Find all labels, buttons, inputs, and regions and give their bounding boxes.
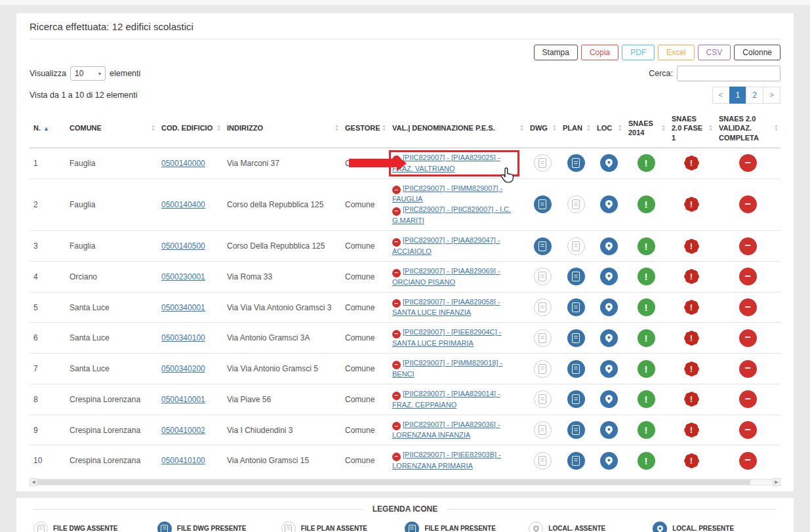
col-indirizzo[interactable]: INDIRIZZO▲▼: [223, 109, 341, 148]
pagination-page-1[interactable]: 1: [729, 87, 747, 104]
pes-denominazione-link[interactable]: [PIIC829007] - [PIMM829007] - FAUGLIA: [392, 184, 502, 203]
cod-edificio-link[interactable]: 0500340100: [161, 333, 205, 342]
gestore-cell: Comune: [341, 445, 388, 476]
col-loc[interactable]: LOC▲▼: [593, 109, 624, 148]
loc-pin-icon[interactable]: [600, 237, 618, 255]
loc-pin-icon[interactable]: [600, 421, 618, 439]
pagination-page-2[interactable]: 2: [746, 87, 763, 104]
row-number: 4: [30, 261, 66, 292]
plan-file-icon[interactable]: [567, 390, 585, 408]
scrollbar-track[interactable]: [37, 479, 773, 485]
cod-edificio-link[interactable]: 0500410002: [161, 426, 205, 435]
legend-label: FILE DWG PRESENTE: [177, 524, 247, 532]
col-comune[interactable]: COMUNE▲▼: [66, 109, 157, 148]
col-snaes-20-validaz[interactable]: SNAES 2.0 VALIDAZ. COMPLETA▲▼: [715, 109, 780, 148]
horizontal-scrollbar[interactable]: ◀ ▶: [30, 478, 780, 486]
pes-denominazione-link[interactable]: [PIIC829007] - [PIAA829047] - ACCIAIOLO: [392, 236, 500, 255]
cod-edificio-link[interactable]: 0500230001: [161, 272, 205, 281]
plan-file-icon[interactable]: [567, 360, 585, 378]
cod-edificio-cell: 0500340001: [157, 292, 223, 323]
pes-denominazione-link[interactable]: [PIIC829007] - [PIAA829069] - ORCIANO PI…: [392, 267, 500, 286]
scrollbar-thumb[interactable]: [37, 480, 750, 485]
col-snaes-2014[interactable]: SNAES 2014▲▼: [624, 109, 668, 148]
cod-edificio-link[interactable]: 0500340001: [161, 303, 205, 312]
dwg-file-icon[interactable]: [534, 154, 552, 172]
pes-denominazione-link[interactable]: [PIIC829007] - [PIAA829036] - LORENZANA …: [392, 420, 500, 440]
button-csv[interactable]: CSV: [698, 45, 731, 60]
col-denominazione[interactable]: VAL.| DENOMINAZIONE P.E.S.▲▼: [388, 109, 526, 148]
pes-denominazione-link[interactable]: [PIIC829007] - [PIIC829007] - I.C. G.MAR…: [392, 205, 511, 224]
snaes-20-fase1-cell: [668, 231, 715, 262]
indirizzo-cell: Via Via Antonio Gramsci 5: [223, 354, 341, 384]
snaes-20-validaz-cell: [715, 384, 780, 415]
loc-pin-icon[interactable]: [600, 390, 618, 408]
dwg-file-icon[interactable]: [534, 195, 552, 213]
loc-pin-icon[interactable]: [600, 154, 618, 172]
table-row: 1 Fauglia 0500140000 Via Marconi 37 Comu…: [30, 148, 780, 178]
seal-shape: [683, 298, 700, 316]
col-snaes-20-fase-1[interactable]: SNAES 2.0 FASE 1▲▼: [668, 109, 715, 148]
col-gestore[interactable]: GESTORE▲▼: [341, 109, 388, 148]
button-stampa[interactable]: Stampa: [534, 45, 578, 60]
loc-pin-icon[interactable]: [600, 452, 618, 470]
loc-pin-icon[interactable]: [600, 298, 618, 316]
cod-edificio-link[interactable]: 0500140000: [161, 159, 205, 168]
pagination-next[interactable]: >: [763, 87, 780, 104]
dwg-file-icon[interactable]: [534, 298, 552, 316]
search-input[interactable]: [677, 66, 780, 81]
dwg-file-icon[interactable]: [534, 360, 552, 378]
col-n[interactable]: N.▲: [30, 109, 66, 148]
page-length-value: 10: [75, 69, 83, 78]
plan-file-icon[interactable]: [567, 154, 585, 172]
cod-edificio-link[interactable]: 0500140400: [161, 200, 205, 209]
pes-denominazione-link[interactable]: [PIIC829007] - [PIAA829025] - FRAZ. VALT…: [392, 153, 500, 173]
dwg-file-icon[interactable]: [534, 237, 552, 255]
cod-edificio-link[interactable]: 0500340200: [161, 364, 205, 373]
scroll-left-icon[interactable]: ◀: [30, 478, 37, 486]
plan-file-icon[interactable]: [567, 237, 585, 255]
col-cod-edificio[interactable]: COD. EDIFICIO▲▼: [157, 109, 223, 148]
plan-cell: [559, 231, 593, 262]
loc-pin-icon[interactable]: [600, 329, 618, 347]
indirizzo-cell: Corso della Repubblica 125: [223, 178, 341, 231]
button-copia[interactable]: Copia: [581, 45, 618, 60]
snaes-20-fase1-status-icon: [683, 298, 700, 316]
dwg-file-icon[interactable]: [534, 452, 552, 470]
dwg-file-icon[interactable]: [534, 390, 552, 408]
gestore-value: Comune: [345, 272, 375, 281]
loc-pin-icon[interactable]: [600, 195, 618, 213]
button-excel[interactable]: Excel: [658, 45, 694, 60]
plan-file-icon[interactable]: [567, 298, 585, 316]
snaes-20-validaz-status-icon: [739, 360, 757, 378]
plan-file-icon[interactable]: [567, 421, 585, 439]
loc-pin-icon[interactable]: [600, 360, 618, 378]
cod-edificio-link[interactable]: 0500410100: [161, 456, 205, 465]
col-plan[interactable]: PLAN▲▼: [559, 109, 593, 148]
scroll-right-icon[interactable]: ▶: [773, 478, 780, 486]
dwg-file-icon[interactable]: [534, 421, 552, 439]
pes-denominazione-link[interactable]: [PIIC829007] - [PIAA829058] - SANTA LUCE…: [392, 298, 500, 317]
dwg-file-icon[interactable]: [534, 329, 552, 347]
seal-shape: [683, 195, 700, 213]
plan-file-icon[interactable]: [567, 268, 585, 285]
loc-pin-icon[interactable]: [600, 268, 618, 285]
button-colonne[interactable]: Colonne: [734, 45, 780, 60]
page-length-select[interactable]: 10 ▾: [70, 66, 106, 81]
button-pdf[interactable]: PDF: [622, 45, 655, 60]
plan-file-icon[interactable]: [567, 329, 585, 347]
plan-file-icon[interactable]: [567, 452, 585, 470]
plan-file-icon[interactable]: [567, 195, 585, 213]
page: Ricerca effettuata: 12 edifici scolastic…: [0, 0, 810, 532]
pagination-prev[interactable]: <: [712, 87, 730, 104]
legend-row-files: FILE DWG ASSENTE FILE DWG PRESENTE FILE …: [33, 522, 777, 532]
cod-edificio-link[interactable]: 0500410001: [161, 395, 205, 404]
cod-edificio-link[interactable]: 0500140500: [161, 241, 205, 251]
dwg-file-icon[interactable]: [534, 268, 552, 285]
sort-icons: ▲▼: [774, 124, 779, 132]
pes-denominazione-link[interactable]: [PIIC829007] - [PIEE82903B] - LORENZANA …: [392, 451, 501, 470]
col-dwg[interactable]: DWG▲▼: [526, 109, 559, 148]
pes-denominazione-link[interactable]: [PIIC829007] - [PIMM829018] - BENCI: [392, 359, 502, 378]
pes-denominazione-link[interactable]: [PIIC829007] - [PIEE82904C] - SANTA LUCE…: [392, 328, 501, 347]
snaes-20-validaz-cell: [715, 354, 780, 384]
pes-denominazione-link[interactable]: [PIIC829007] - [PIAA829014] - FRAZ. CEPP…: [392, 390, 500, 409]
